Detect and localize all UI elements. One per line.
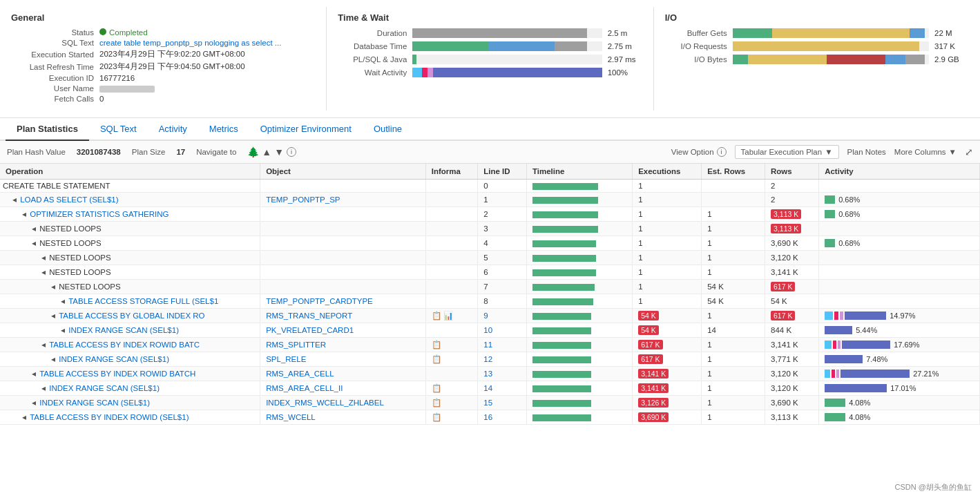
lineid-cell[interactable]: 9 — [478, 309, 527, 323]
table-row[interactable]: ◂ TABLE ACCESS BY GLOBAL INDEX RORMS_TRA… — [0, 309, 980, 323]
timeline-bar — [532, 414, 591, 421]
more-columns-button[interactable]: More Columns ▼ — [894, 148, 957, 156]
view-option-button[interactable]: View Option i — [671, 147, 727, 157]
activity-pct: 17.01% — [890, 384, 916, 392]
est-rows-cell: 1 — [702, 338, 765, 352]
obj-cell — [260, 222, 426, 236]
lineid-cell[interactable]: 15 — [478, 396, 527, 410]
table-row[interactable]: ◂ OPTIMIZER STATISTICS GATHERING2113,113… — [0, 207, 980, 222]
timeline-bar — [532, 226, 598, 233]
exec-cell: 1 — [633, 193, 702, 207]
info-icon1[interactable]: 📋 — [432, 399, 441, 407]
tab-sql-text[interactable]: SQL Text — [89, 118, 148, 141]
table-row[interactable]: ◂ NESTED LOOPS5113,120 K — [0, 251, 980, 265]
exec-cell: 1 — [633, 294, 702, 309]
info-icon1[interactable]: 📋 — [432, 413, 441, 421]
lineid-cell[interactable]: 16 — [478, 410, 527, 425]
timeline-bar — [532, 342, 591, 349]
tw-bar-value: 2.75 m — [608, 42, 642, 50]
tw-bar-value: 2.97 ms — [608, 55, 642, 64]
tab-optimizer-environment[interactable]: Optimizer Environment — [249, 118, 363, 141]
size-value: 17 — [176, 148, 185, 156]
activity-cell: 5.44% — [819, 323, 980, 338]
table-row[interactable]: ◂ NESTED LOOPS6113,141 K — [0, 265, 980, 280]
obj-cell — [260, 265, 426, 280]
tw-bar-fill — [412, 55, 416, 64]
table-row[interactable]: ◂ TABLE ACCESS BY INDEX ROWID BATCRMS_SP… — [0, 338, 980, 352]
obj-cell — [260, 251, 426, 265]
activity-bar-segment — [825, 413, 845, 421]
plan-notes-button[interactable]: Plan Notes — [847, 148, 886, 156]
lineid-cell[interactable]: 12 — [478, 352, 527, 367]
activity-bar-segment — [840, 312, 843, 320]
table-row[interactable]: CREATE TABLE STATEMENT012 — [0, 180, 980, 193]
info-icon1[interactable]: 📋 — [432, 312, 441, 320]
activity-cell: 0.68% — [819, 207, 980, 222]
info-icon1[interactable]: 📋 — [432, 341, 441, 349]
info-label: User Name — [11, 84, 94, 93]
tab-activity[interactable]: Activity — [148, 118, 198, 141]
table-row[interactable]: ◂ NESTED LOOPS3113,113 K — [0, 222, 980, 236]
timeline-cell — [526, 236, 632, 251]
activity-bar-segment — [845, 312, 886, 320]
activity-cell — [819, 294, 980, 309]
tab-metrics[interactable]: Metrics — [198, 118, 249, 141]
op-cell: ◂ INDEX RANGE SCAN (SEL$1) — [0, 323, 260, 338]
activity-pct: 4.08% — [849, 413, 870, 421]
view-option-label: View Option — [671, 148, 714, 156]
obj-cell — [260, 236, 426, 251]
info-cell: 📋 — [425, 381, 478, 396]
expand-button[interactable]: ⤢ — [965, 146, 973, 157]
info-value[interactable]: create table temp_ponptp_sp nologging as… — [99, 39, 281, 47]
lineid-cell[interactable]: 11 — [478, 338, 527, 352]
general-row: StatusCompleted — [11, 28, 315, 37]
table-row[interactable]: ◂ TABLE ACCESS BY INDEX ROWID (SEL$1)RMS… — [0, 410, 980, 425]
view-option-info-icon[interactable]: i — [717, 147, 727, 157]
tab-outline[interactable]: Outline — [363, 118, 413, 141]
info-icon2[interactable]: 📊 — [443, 312, 453, 320]
lineid-cell[interactable]: 13 — [478, 367, 527, 381]
nav-up-icon[interactable]: ▲ — [262, 146, 271, 157]
nav-info-icon[interactable]: i — [287, 147, 296, 157]
est-rows-cell — [702, 180, 765, 193]
info-cell — [425, 236, 478, 251]
activity-cell: 27.21% — [819, 367, 980, 381]
table-row[interactable]: ◂ NESTED LOOPS4113,690 K0.68% — [0, 236, 980, 251]
tw-bar-segment — [555, 41, 587, 51]
activity-bar-segment — [836, 370, 839, 378]
io-bar-segment — [905, 55, 925, 64]
table-row[interactable]: ◂ TABLE ACCESS BY INDEX ROWID BATCHRMS_A… — [0, 367, 980, 381]
table-row[interactable]: ◂ INDEX RANGE SCAN (SEL$1)PK_VRELATED_CA… — [0, 323, 980, 338]
io-bar-value: 22 M — [934, 29, 969, 37]
info-cell — [425, 180, 478, 193]
io-bar-row: Buffer Gets22 M — [665, 28, 969, 38]
activity-pct: 7.48% — [866, 355, 887, 363]
op-cell: ◂ NESTED LOOPS — [0, 251, 260, 265]
tw-bar-container — [412, 28, 602, 38]
info-icon1[interactable]: 📋 — [432, 384, 441, 392]
table-row[interactable]: ◂ INDEX RANGE SCAN (SEL$1)RMS_AREA_CELL_… — [0, 381, 980, 396]
nav-tree-icon[interactable]: 🌲 — [247, 146, 259, 157]
est-rows-cell: 1 — [702, 367, 765, 381]
activity-bar-segment — [825, 210, 835, 218]
table-row[interactable]: ◂ INDEX RANGE SCAN (SEL$1)SPL_RELE📋12617… — [0, 352, 980, 367]
io-bar-container — [733, 41, 929, 51]
est-rows-cell: 54 K — [702, 294, 765, 309]
table-row[interactable]: ◂ INDEX RANGE SCAN (SEL$1)INDEX_RMS_WCEL… — [0, 396, 980, 410]
nav-down-icon[interactable]: ▼ — [274, 146, 284, 157]
table-row[interactable]: ◂ TABLE ACCESS STORAGE FULL (SEL$1TEMP_P… — [0, 294, 980, 309]
exec-cell: 1 — [633, 207, 702, 222]
table-row[interactable]: ◂ NESTED LOOPS7154 K617 K — [0, 280, 980, 294]
tabular-plan-dropdown[interactable]: Tabular Execution Plan ▼ — [735, 145, 839, 159]
dropdown-label: Tabular Execution Plan — [741, 148, 823, 156]
timeline-bar — [532, 197, 598, 204]
navigate-arrows[interactable]: 🌲 ▲ ▼ i — [247, 146, 296, 157]
lineid-cell[interactable]: 14 — [478, 381, 527, 396]
info-icon1[interactable]: 📋 — [432, 355, 441, 363]
table-row[interactable]: ◂ LOAD AS SELECT (SEL$1)TEMP_PONPTP_SP11… — [0, 193, 980, 207]
op-cell: ◂ TABLE ACCESS BY INDEX ROWID BATC — [0, 338, 260, 352]
tab-plan-statistics[interactable]: Plan Statistics — [6, 118, 89, 141]
lineid-cell[interactable]: 10 — [478, 323, 527, 338]
info-cell: 📋 — [425, 396, 478, 410]
rows-badge: 617 K — [771, 282, 795, 291]
